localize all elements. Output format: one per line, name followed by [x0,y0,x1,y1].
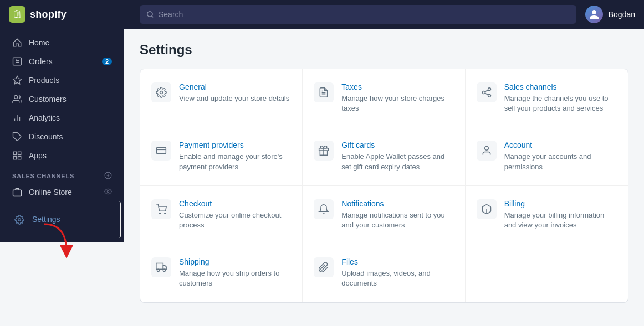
settings-item-content-checkout: Checkout Customize your online checkout … [179,199,291,230]
settings-item-files[interactable]: Files Upload images, videos, and documen… [303,244,465,302]
main-content: Settings General View and update your st… [124,29,644,326]
online-store-left: Online Store [12,187,72,197]
logo-text: shopify [30,9,67,20]
settings-item-billing[interactable]: Billing Manage your billing information … [466,186,628,244]
search-bar[interactable] [140,5,576,24]
settings-item-notifications[interactable]: Notifications Manage notifications sent … [303,186,465,244]
settings-item-content-billing: Billing Manage your billing information … [504,199,617,230]
online-store-icon [12,187,22,197]
settings-item-title-payment-providers: Payment providers [179,141,291,149]
sidebar-item-orders[interactable]: Orders 2 [3,52,121,71]
settings-item-content-general: General View and update your store detai… [179,82,291,104]
svg-point-40 [163,269,165,271]
svg-rect-14 [18,157,21,159]
sidebar-item-customers[interactable]: Customers [3,90,121,108]
settings-item-desc-general: View and update your store details [179,94,291,104]
settings-item-gift-cards[interactable]: Gift cards Enable Apple Wallet passes an… [303,127,465,185]
sidebar-label-orders: Orders [29,57,53,66]
settings-item-payment-providers[interactable]: Payment providers Enable and manage your… [140,127,303,185]
user-area: Bogdan [585,6,635,23]
svg-point-35 [165,213,166,214]
settings-item-sales-channels[interactable]: Sales channels Manage the channels you u… [466,69,628,127]
svg-line-28 [485,90,488,91]
settings-item-desc-notifications: Manage notifications sent to you and you… [341,210,453,230]
sidebar-item-home[interactable]: Home [3,33,121,52]
svg-point-20 [18,219,21,221]
svg-point-34 [160,213,161,214]
discounts-icon [12,132,22,142]
gift-icon [314,141,334,161]
sidebar-label-customers: Customers [29,95,67,104]
sidebar-item-products[interactable]: Products [3,71,121,90]
top-navigation: shopify Bogdan [0,0,644,29]
settings-item-desc-account: Manage your accounts and permissions [504,152,617,172]
receipt-icon [314,82,334,102]
page-title: Settings [140,42,628,58]
settings-item-general[interactable]: General View and update your store detai… [140,69,303,127]
sidebar-label-analytics: Analytics [29,113,60,122]
settings-item-desc-payment-providers: Enable and manage your store's payment p… [179,152,291,172]
svg-point-33 [484,147,488,151]
add-sales-channel-icon[interactable] [104,172,112,180]
sidebar-item-analytics[interactable]: Analytics [3,108,121,127]
settings-grid: General View and update your store detai… [140,69,628,302]
main-layout: Home Orders 2 Products Customers Analyti… [0,29,644,326]
search-icon [146,11,154,18]
settings-item-title-sales-channels: Sales channels [504,82,617,91]
user-name: Bogdan [609,10,635,19]
svg-point-19 [107,190,109,193]
settings-item-checkout[interactable]: Checkout Customize your online checkout … [140,186,303,244]
settings-item-desc-sales-channels: Manage the channels you use to sell your… [504,94,617,113]
payment-icon [151,141,171,161]
settings-item-title-notifications: Notifications [341,199,453,208]
account-icon [477,141,497,161]
file-icon [314,257,334,277]
svg-point-25 [482,91,485,94]
sidebar-item-apps[interactable]: Apps [3,146,121,165]
online-store-label: Online Store [29,188,72,196]
cart-icon [151,199,171,219]
settings-item-desc-shipping: Manage how you ship orders to customers [179,268,291,288]
analytics-icon [12,113,22,123]
settings-item-title-general: General [179,82,291,91]
eye-icon[interactable] [104,188,112,197]
settings-item-taxes[interactable]: Taxes Manage how your store charges taxe… [303,69,465,127]
settings-item-shipping[interactable]: Shipping Manage how you ship orders to c… [140,244,303,302]
logo-area: shopify [9,6,131,23]
settings-item-desc-checkout: Customize your online checkout process [179,210,291,230]
sidebar-item-online-store[interactable]: Online Store [3,183,121,201]
settings-item-desc-gift-cards: Enable Apple Wallet passes and set gift … [341,152,453,172]
settings-item-title-account: Account [504,141,617,149]
svg-point-6 [14,95,18,99]
sidebar-item-discounts[interactable]: Discounts [3,127,121,146]
settings-item-content-notifications: Notifications Manage notifications sent … [341,199,453,230]
settings-card: General View and update your store detai… [140,69,628,303]
avatar [585,6,603,23]
settings-item-content-gift-cards: Gift cards Enable Apple Wallet passes an… [341,141,453,172]
svg-rect-18 [13,190,22,196]
search-input[interactable] [159,10,570,19]
settings-item-title-shipping: Shipping [179,257,291,266]
settings-label: Settings [32,215,60,224]
orders-icon [12,56,22,66]
truck-icon [151,257,171,277]
settings-item-desc-billing: Manage your billing information and view… [504,210,617,230]
customers-icon [12,94,22,104]
settings-item-title-files: Files [341,257,453,266]
settings-item-account[interactable]: Account Manage your accounts and permiss… [466,127,628,185]
apps-icon [12,151,22,161]
sidebar-label-discounts: Discounts [29,132,63,141]
sidebar-item-settings[interactable]: Settings [3,201,121,238]
settings-item-content-account: Account Manage your accounts and permiss… [504,141,617,172]
sidebar-label-apps: Apps [29,151,47,160]
settings-item-title-taxes: Taxes [341,82,453,91]
settings-item-content-payment-providers: Payment providers Enable and manage your… [179,141,291,172]
sidebar: Home Orders 2 Products Customers Analyti… [0,29,124,242]
settings-item-title-billing: Billing [504,199,617,208]
svg-marker-38 [163,266,166,270]
svg-point-24 [488,88,490,91]
sidebar-label-products: Products [29,76,59,85]
svg-rect-12 [18,152,21,154]
svg-rect-1 [13,58,22,65]
settings-item-content-sales-channels: Sales channels Manage the channels you u… [504,82,617,113]
